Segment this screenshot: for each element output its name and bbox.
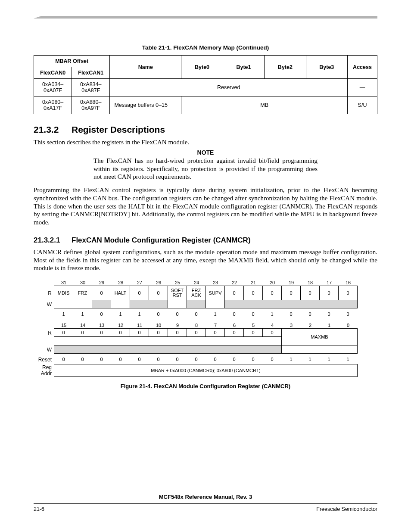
bitnum: 0 [339, 323, 358, 329]
bitfield: 0 [281, 286, 301, 300]
bitnum: 15 [54, 323, 73, 329]
section-title: Register Descriptions [72, 124, 165, 134]
bitfield: 0 [73, 328, 92, 337]
bitnum: 30 [73, 280, 92, 286]
reset-val: 1 [338, 355, 358, 364]
subsection-title: FlexCAN Module Configuration Register (C… [72, 236, 251, 244]
bitnum: 27 [130, 280, 149, 286]
reset-val: 1 [206, 310, 225, 318]
cell-c1: 0xA834–0xA87F [72, 79, 110, 96]
reset-val: 1 [281, 355, 301, 364]
bitfield: 0 [92, 328, 111, 337]
reset-val: 0 [130, 355, 149, 364]
header-rule-notch [34, 16, 41, 19]
bitfield: 0 [111, 328, 130, 337]
reset-val: 0 [149, 310, 168, 318]
footer-page-num: 21-6 [34, 506, 44, 512]
row-label-regaddr: Reg Addr [34, 365, 54, 376]
w-cell-reserved [130, 300, 168, 308]
reset-val: 0 [281, 310, 301, 318]
bitfield: 0 [92, 286, 111, 300]
bitfield: 0 [149, 286, 168, 300]
reset-val: 1 [262, 310, 282, 318]
bitfield: SUPV [206, 286, 225, 300]
th-byte0: Byte0 [181, 56, 223, 79]
reset-val: 1 [130, 310, 149, 318]
register-diagram: 31 30 29 28 27 26 25 24 23 22 21 20 19 1… [34, 280, 377, 377]
bitnum: 24 [187, 280, 206, 286]
bitfield-maxmb: MAXMB [281, 328, 358, 345]
bitnum: 22 [225, 280, 244, 286]
row-label-r: R [34, 290, 54, 296]
row-label-w: W [34, 347, 54, 353]
reset-val: 0 [168, 355, 187, 364]
cell-c0: 0xA080–0xA17F [34, 96, 72, 114]
bitfield: FRZ ACK [187, 286, 206, 300]
bitnum: 5 [244, 323, 263, 329]
row-label-w: W [34, 302, 54, 308]
bitfield: 0 [262, 286, 282, 300]
bitnum: 10 [149, 323, 168, 329]
reset-val: 0 [73, 355, 92, 364]
row-label-r: R [34, 330, 54, 336]
w-cell [54, 300, 73, 308]
reset-val: 0 [168, 310, 187, 318]
cell-reserved: Reserved [110, 79, 348, 96]
reset-val: 0 [92, 355, 111, 364]
paragraph: CANMCR defines global system configurati… [34, 248, 377, 272]
bitnum: 11 [130, 323, 149, 329]
footer-company: Freescale Semiconductor [316, 506, 377, 512]
bitfield: 0 [130, 328, 149, 337]
th-flexcan0: FlexCAN0 [34, 67, 72, 79]
cell-access: S/U [348, 96, 377, 114]
bitnum: 9 [168, 323, 187, 329]
row-label-reset: Reset [34, 357, 54, 363]
cell-access: — [348, 79, 377, 96]
cell-c1: 0xA880–0xA97F [72, 96, 110, 114]
reset-val: 1 [300, 355, 320, 364]
bitfield: 0 [206, 328, 225, 337]
bitfield: 0 [300, 286, 320, 300]
bitfield: HALT [111, 286, 130, 300]
footer-rule [34, 503, 377, 504]
reset-val: 0 [319, 310, 339, 318]
w-cell-reserved [54, 345, 282, 354]
bitnum: 6 [225, 323, 244, 329]
bitnum: 17 [320, 280, 339, 286]
reset-val: 1 [54, 310, 73, 318]
w-cell-maxmb [281, 345, 358, 354]
bitfield: SOFT RST [168, 286, 187, 300]
subsection-num: 21.3.2.1 [34, 236, 72, 245]
w-cell-reserved [187, 300, 206, 308]
reset-val: 0 [54, 355, 73, 364]
reset-val: 0 [224, 355, 244, 364]
section-num: 21.3.2 [34, 124, 72, 135]
bitnum: 2 [301, 323, 320, 329]
subsection-heading: 21.3.2.1FlexCAN Module Configuration Reg… [34, 236, 377, 245]
w-cell [73, 300, 92, 308]
bitnum: 21 [244, 280, 263, 286]
header-rule [34, 16, 377, 19]
table-row: 0xA034–0xA07F 0xA834–0xA87F Reserved — [34, 79, 377, 96]
bitnum: 12 [111, 323, 130, 329]
paragraph: Programming the FlexCAN control register… [34, 186, 377, 227]
w-cell-reserved [92, 300, 111, 308]
reset-val: 0 [300, 310, 320, 318]
th-byte1: Byte1 [223, 56, 264, 79]
cell-c0: 0xA034–0xA07F [34, 79, 72, 96]
bitfield: 0 [224, 286, 244, 300]
bitfield: 0 [243, 328, 263, 337]
bitnum: 18 [301, 280, 320, 286]
reset-val: 0 [262, 355, 282, 364]
cell-bytes: MB [181, 96, 348, 114]
reset-val: 0 [243, 355, 263, 364]
bitfield: 0 [54, 328, 73, 337]
bitnum: 4 [263, 323, 282, 329]
bitfield: 0 [262, 328, 282, 337]
bitfield: 0 [168, 328, 187, 337]
bitfield: 0 [149, 328, 168, 337]
bitnum: 13 [92, 323, 111, 329]
figure-caption: Figure 21-4. FlexCAN Module Configuratio… [34, 383, 377, 389]
bitnum: 23 [206, 280, 225, 286]
table-caption: Table 21-1. FlexCAN Memory Map (Continue… [34, 44, 377, 51]
